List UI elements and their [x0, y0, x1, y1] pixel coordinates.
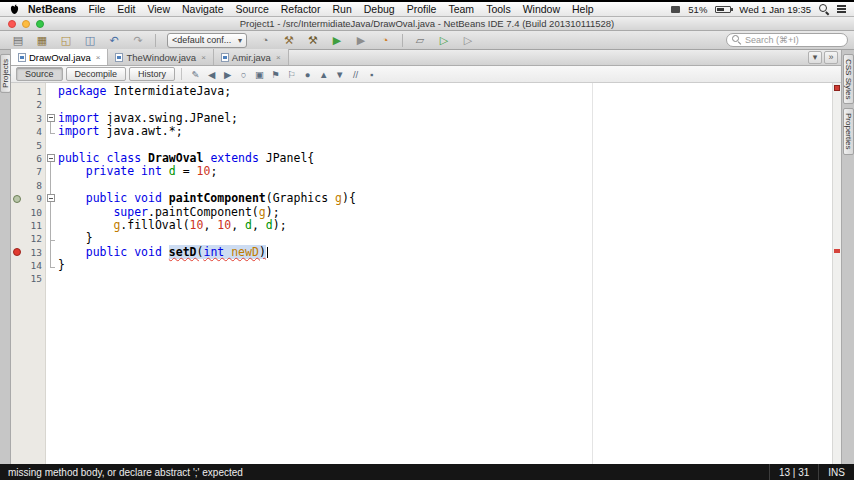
menu-navigate[interactable]: Navigate: [176, 3, 229, 15]
code-line-12: 12 }: [11, 232, 841, 245]
apple-menu-icon[interactable]: [8, 4, 20, 15]
workspace: Projects DrawOval.java×TheWindow.java×Am…: [0, 50, 854, 464]
clean-build-button[interactable]: ⚒: [301, 32, 325, 49]
forward-icon[interactable]: ▶: [220, 69, 235, 80]
gutter-glyph-margin: [11, 246, 23, 259]
tab-list-button[interactable]: ▾: [808, 51, 822, 64]
dock-tab-css-styles[interactable]: CSS Styles: [843, 54, 854, 104]
dock-tab-properties[interactable]: Properties: [843, 108, 854, 154]
code-line-4: 4import java.awt.*;: [11, 125, 841, 138]
code-token: d: [266, 218, 273, 232]
menu-extra-icon[interactable]: [671, 6, 680, 13]
screen: NetBeansFileEditViewNavigateSourceRefact…: [0, 0, 854, 480]
toggle-highlight-icon[interactable]: ▣: [252, 69, 267, 80]
fold-collapse-button[interactable]: [47, 154, 55, 162]
profile-project-button[interactable]: ◔: [373, 32, 397, 49]
close-tab-icon[interactable]: ×: [276, 53, 281, 62]
menu-view[interactable]: View: [141, 3, 176, 15]
tab-maximize-button[interactable]: »: [824, 51, 838, 64]
dock-tab-projects[interactable]: Projects: [0, 54, 11, 93]
menu-file[interactable]: File: [82, 3, 111, 15]
undo-button[interactable]: ↶: [102, 32, 126, 49]
last-edit-icon[interactable]: ✎: [188, 69, 203, 80]
menu-tools[interactable]: Tools: [480, 3, 517, 15]
code-editor[interactable]: 1package IntermidiateJava;23import javax…: [11, 83, 841, 464]
previous-bookmark-icon[interactable]: ⚑: [268, 69, 283, 80]
code-text: g.fillOval(10, 10, d, d);: [58, 219, 841, 232]
fold-margin: [45, 125, 58, 138]
spotlight-icon[interactable]: [819, 4, 829, 14]
search-box[interactable]: [726, 33, 848, 47]
run-file-button[interactable]: ▷: [432, 32, 456, 49]
menu-source[interactable]: Source: [229, 3, 274, 15]
build-project-button[interactable]: ⚒: [277, 32, 301, 49]
menu-debug[interactable]: Debug: [358, 3, 401, 15]
window-titlebar[interactable]: Project1 - /src/IntermidiateJava/DrawOva…: [0, 17, 854, 31]
menu-run[interactable]: Run: [326, 3, 357, 15]
code-token: 10: [197, 164, 211, 178]
notification-center-icon[interactable]: [837, 5, 846, 6]
comment-icon[interactable]: //: [348, 69, 363, 80]
right-margin-guide: [592, 83, 593, 464]
menu-profile[interactable]: Profile: [401, 3, 443, 15]
debug-file-button[interactable]: ▷: [456, 32, 480, 49]
view-decompile-button[interactable]: Decompile: [66, 67, 127, 81]
close-tab-icon[interactable]: ×: [96, 53, 101, 62]
zoom-window-button[interactable]: [36, 20, 44, 28]
code-line-10: 10 super.paintComponent(g);: [11, 206, 841, 219]
error-stripe-global-mark[interactable]: [834, 85, 840, 91]
close-tab-icon[interactable]: ×: [201, 53, 206, 62]
save-all-button[interactable]: ◫: [78, 32, 102, 49]
toolbar-separator: [155, 34, 156, 47]
minimize-window-button[interactable]: [22, 20, 30, 28]
create-group-button[interactable]: ▱: [408, 32, 432, 49]
code-line-3: 3import javax.swing.JPanel;: [11, 112, 841, 125]
redo-button[interactable]: ↷: [126, 32, 150, 49]
tab-amir-java[interactable]: Amir.java×: [214, 49, 289, 65]
back-icon[interactable]: ◀: [204, 69, 219, 80]
find-selection-icon[interactable]: ○: [236, 69, 251, 80]
fold-collapse-button[interactable]: [47, 194, 55, 202]
line-number: 6: [23, 152, 45, 165]
code-token: java.awt.*;: [100, 124, 183, 138]
debug-project-button[interactable]: ▶: [349, 32, 373, 49]
config-dropdown[interactable]: <default conf... ▾: [167, 33, 247, 48]
menubar-clock[interactable]: Wed 1 Jan 19:35: [739, 4, 811, 15]
menu-netbeans[interactable]: NetBeans: [22, 3, 82, 15]
previous-occurrence-icon[interactable]: ▲: [316, 69, 331, 80]
menu-team[interactable]: Team: [442, 3, 480, 15]
toggle-bookmark-icon[interactable]: ●: [300, 69, 315, 80]
menu-edit[interactable]: Edit: [111, 3, 141, 15]
error-annotation-icon[interactable]: [13, 248, 21, 256]
battery-icon[interactable]: [715, 6, 731, 13]
insert-mode-toggle[interactable]: INS: [818, 464, 854, 480]
new-project-button[interactable]: ▦: [30, 32, 54, 49]
run-project-button[interactable]: ▶: [325, 32, 349, 49]
code-token: [58, 245, 86, 259]
menu-refactor[interactable]: Refactor: [275, 3, 327, 15]
error-stripe-mark[interactable]: [834, 249, 840, 253]
open-project-button[interactable]: ◱: [54, 32, 78, 49]
text-caret: [267, 247, 269, 258]
tab-label: Amir.java: [232, 52, 271, 63]
close-window-button[interactable]: [8, 20, 16, 28]
menu-window[interactable]: Window: [517, 3, 566, 15]
tab-drawoval-java[interactable]: DrawOval.java×: [11, 49, 108, 65]
next-occurrence-icon[interactable]: ▼: [332, 69, 347, 80]
code-line-2: 2: [11, 98, 841, 111]
search-input[interactable]: [745, 35, 843, 45]
view-source-button[interactable]: Source: [16, 67, 63, 81]
code-text: [58, 179, 841, 192]
next-bookmark-icon[interactable]: ⚐: [284, 69, 299, 80]
code-token: import: [58, 124, 100, 138]
view-history-button[interactable]: History: [129, 67, 175, 81]
fold-collapse-button[interactable]: [47, 114, 55, 122]
macro-icon[interactable]: ▪: [364, 69, 379, 80]
new-file-button[interactable]: ▤: [6, 32, 30, 49]
menu-help[interactable]: Help: [566, 3, 600, 15]
code-text: public void paintComponent(Graphics g){: [58, 192, 841, 205]
tab-thewindow-java[interactable]: TheWindow.java×: [108, 49, 213, 65]
memory-gauge[interactable]: ◔: [253, 32, 277, 49]
gutter-glyph-margin: [11, 259, 23, 272]
code-line-13: 13 public void setD(int newD): [11, 246, 841, 259]
